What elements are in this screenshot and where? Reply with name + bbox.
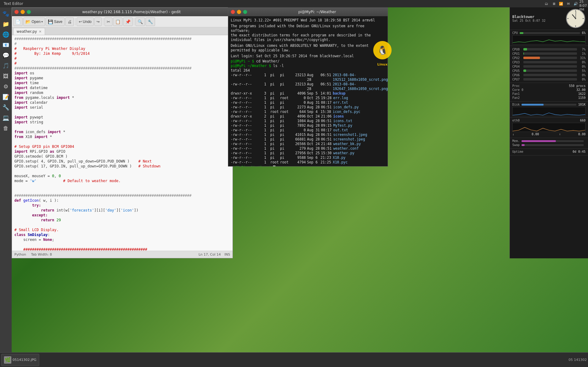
copy-icon: 📋 — [115, 19, 120, 24]
sidebar-icon-2[interactable]: 📁 — [1, 19, 11, 29]
disk-label: Disk — [512, 103, 520, 106]
swap-label: Swap — [512, 143, 520, 147]
folder-icon[interactable]: 🗂 — [544, 1, 549, 6]
terminal-kernel-line: Linux MyPi 3.12.22+ #691 PREEMPT Wed Jun… — [231, 18, 385, 23]
disk-value: 101K — [578, 103, 586, 106]
terminal-content[interactable]: Linux MyPi 3.12.22+ #691 PREEMPT Wed Jun… — [228, 16, 388, 166]
network-icon[interactable]: 🖥 — [551, 1, 556, 6]
file-name-17: X10.pyc — [333, 160, 347, 165]
fan2-value: 1159 — [578, 96, 586, 99]
eth0-row: eth0 660 — [512, 119, 586, 122]
file-name-12: screenshot.jpeg — [333, 137, 365, 142]
status-right: Ln 17, Col 14 INS — [199, 253, 230, 257]
sysmon-panel: Blacktower Sat 25 Oct 8:07 32 CPU — [510, 7, 588, 258]
file-name-1: 2013-08-04-192647_1680x1050_scrot.png — [333, 82, 388, 91]
cpu-row-cpu5: CPU55% — [512, 69, 586, 73]
sysmon-top: Blacktower Sat 25 Oct 8:07 32 — [510, 7, 588, 30]
taskbar-img-icon: 🌿 — [5, 357, 11, 363]
taskbar-clock: 05 141302 — [569, 358, 587, 362]
taskbar-right: 05 141302 — [569, 358, 587, 362]
editor-close-btn[interactable] — [14, 10, 19, 14]
undo-button[interactable]: ↩ Undo — [77, 17, 94, 26]
status-tab-width[interactable]: Tab Width: 8 — [31, 253, 52, 257]
file-row-7: drwxr-xr-x2pipi4096Oct 2421:06icons — [231, 114, 385, 119]
file-row-16: -rw-r--r--1pipi9588Sep 621:23X10.py — [231, 155, 385, 160]
net-down-value: 0.00 — [532, 133, 539, 136]
term-prompt-1: pi@MyPi ~ $ — [231, 59, 256, 63]
terminal-max-btn[interactable] — [243, 10, 247, 14]
terminal-close-btn[interactable] — [231, 10, 235, 14]
disk-bar-bg — [522, 104, 576, 106]
terminal-prompt3: pi@MyPi ~/Weather $ — [231, 165, 385, 166]
taskbar-item-1-label: 05141302.JPG — [13, 358, 36, 362]
save-button[interactable]: 💾Save — [46, 17, 64, 26]
terminal-titlebar: pi@MyPi: ~/Weather — [228, 8, 388, 16]
editor-status-bar: Python Tab Width: 8 Ln 17, Col 14 INS — [12, 251, 233, 258]
file-name-11: screenshot1.jpeg — [333, 133, 367, 137]
editor-titlebar: weather.py (192.168.1.115 /home/pi/Weath… — [12, 8, 233, 16]
cpu-overall-value: 6% — [582, 31, 586, 35]
volume-icon[interactable]: 🔊 — [573, 1, 578, 6]
sidebar-icon-12[interactable]: 🗑 — [1, 123, 11, 133]
open-button[interactable]: 📂Open▾ — [23, 17, 45, 26]
sidebar-icon-11[interactable]: 💻 — [1, 113, 11, 122]
sidebar-icon-8[interactable]: ⚙ — [1, 81, 11, 91]
editor-tab[interactable]: weather.py ✕ — [13, 28, 45, 35]
cpu-overall-label: CPU — [512, 31, 518, 35]
sidebar-icon-10[interactable]: 🔧 — [1, 102, 11, 112]
cut-button[interactable]: ✂ — [104, 17, 112, 26]
sidebar-icon-7[interactable]: 🖼 — [1, 71, 11, 81]
terminal-file-list: -rw-r--r--1pipi23213Aug 2806:512013-08-0… — [231, 73, 385, 165]
sidebar-icon-1[interactable]: 🐾 — [1, 9, 11, 18]
code-area[interactable]: ########################################… — [12, 35, 233, 251]
file-row-17: -rw-r--r--1rootroot4794Sep 621:25X10.pyc — [231, 160, 385, 165]
file-name-15: weather.py — [333, 151, 355, 155]
terminal-min-btn[interactable] — [237, 10, 241, 14]
terminal-total: total 264 — [231, 68, 385, 73]
tab-close-btn[interactable]: ✕ — [39, 30, 42, 34]
print-icon: 🖨 — [67, 19, 72, 24]
terminal-title: pi@MyPi: ~/Weather — [249, 10, 385, 14]
file-name-4: err.txt — [333, 100, 348, 105]
file-row-1: -rw-r--r--1pipi23213Aug 2806:512013-08-0… — [231, 82, 385, 91]
core-value: 32.00 — [576, 88, 586, 92]
cpu-overall-chart — [512, 35, 586, 44]
cpu-overall-bar-fill — [520, 32, 523, 34]
tab-label: weather.py — [17, 29, 37, 34]
print-button[interactable]: 🖨 — [65, 17, 74, 26]
cpu-overall-bar-bg — [520, 32, 580, 34]
file-name-16: X10.py — [333, 155, 346, 160]
mail-icon[interactable]: ✉ — [566, 1, 571, 6]
proc-row: Proc 550 procs — [512, 84, 586, 88]
file-name-9: MyTest.py — [333, 123, 352, 128]
wifi-icon[interactable]: 📶 — [559, 1, 563, 6]
sidebar-icon-5[interactable]: 💬 — [1, 50, 11, 60]
net-vals-row: ↓ 0.00 ↑ 0.00 — [512, 133, 586, 136]
paste-button[interactable]: 📌 — [123, 17, 133, 26]
net-up-value: 0.00 — [578, 133, 586, 136]
redo-button[interactable]: ↪ — [94, 17, 102, 26]
sidebar-icon-4[interactable]: 📧 — [1, 40, 11, 50]
open-icon: 📂 — [25, 19, 31, 24]
status-language[interactable]: Python — [14, 253, 26, 257]
linux-penguin-icon: 🐧 — [377, 45, 388, 55]
fan1-value: 1622 — [578, 92, 586, 95]
net-up-label: ↑ — [559, 133, 561, 136]
taskbar-item-1[interactable]: 🌿 05141302.JPG — [1, 354, 39, 366]
file-name-0: 2013-08-04-192512_1680x1050_scrot.png — [333, 73, 388, 82]
uptime-value: 0d 0:45 — [573, 150, 586, 153]
tools-button[interactable]: 🔧 — [146, 17, 155, 26]
find-button[interactable]: 🔍 — [135, 17, 145, 26]
proc-label: Proc — [512, 84, 520, 88]
copy-button[interactable]: 📋 — [113, 17, 123, 26]
sidebar-icon-3[interactable]: 🌐 — [1, 29, 11, 39]
toolbar-separator-3 — [134, 18, 134, 25]
sidebar-icon-9[interactable]: 📝 — [1, 92, 11, 102]
new-button[interactable]: 📄 — [13, 17, 23, 26]
editor-max-btn[interactable] — [27, 10, 31, 14]
code-content[interactable]: ########################################… — [12, 35, 233, 251]
editor-min-btn[interactable] — [21, 10, 25, 14]
file-row-12: -rw-r--r--1pipi66881Aug 2806:51screensho… — [231, 137, 385, 142]
sidebar-icon-6[interactable]: 🎵 — [1, 61, 11, 70]
file-name-6: icon_defs.pyc — [333, 110, 360, 114]
